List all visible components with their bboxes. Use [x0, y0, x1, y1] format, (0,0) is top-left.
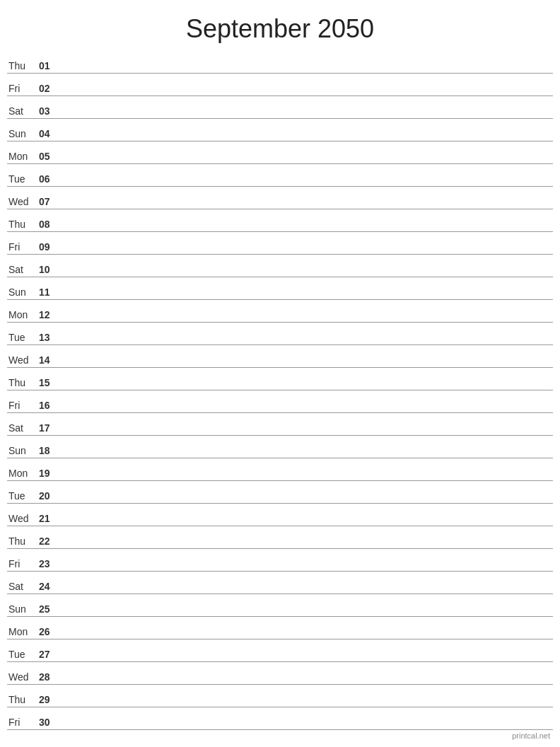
day-line: [59, 388, 553, 388]
day-line: [59, 614, 553, 615]
day-line: [59, 320, 553, 320]
day-line: [59, 705, 553, 705]
day-row: Wed07: [7, 187, 553, 209]
day-name: Thu: [7, 535, 39, 547]
day-line: [59, 501, 553, 502]
day-row: Tue06: [7, 164, 553, 187]
day-number: 13: [39, 332, 59, 343]
day-name: Mon: [7, 626, 39, 637]
day-line: [59, 433, 553, 434]
day-name: Wed: [7, 671, 39, 683]
day-row: Sun11: [7, 277, 553, 300]
day-number: 14: [39, 354, 59, 366]
day-row: Sat03: [7, 96, 553, 119]
day-number: 03: [39, 105, 59, 117]
day-line: [59, 637, 553, 637]
day-line: [59, 591, 553, 592]
day-row: Wed28: [7, 662, 553, 685]
day-number: 02: [39, 83, 59, 94]
day-number: 26: [39, 626, 59, 637]
day-name: Wed: [7, 354, 39, 366]
day-name: Tue: [7, 649, 39, 660]
day-name: Mon: [7, 309, 39, 320]
day-name: Mon: [7, 151, 39, 162]
day-row: Fri16: [7, 390, 553, 413]
day-name: Sat: [7, 422, 39, 434]
day-name: Wed: [7, 196, 39, 207]
day-number: 20: [39, 490, 59, 502]
day-line: [59, 139, 553, 139]
day-name: Fri: [7, 83, 39, 94]
day-row: Thu01: [7, 51, 553, 74]
day-number: 12: [39, 309, 59, 320]
day-name: Sun: [7, 128, 39, 139]
day-name: Thu: [7, 219, 39, 230]
day-row: Tue20: [7, 481, 553, 504]
day-name: Sun: [7, 603, 39, 615]
day-row: Sun25: [7, 594, 553, 617]
page-title: September 2050: [0, 0, 560, 51]
day-row: Fri30: [7, 707, 553, 730]
day-name: Thu: [7, 694, 39, 705]
calendar-grid: Thu01Fri02Sat03Sun04Mon05Tue06Wed07Thu08…: [0, 51, 560, 730]
day-row: Sat24: [7, 572, 553, 594]
day-name: Tue: [7, 490, 39, 502]
day-line: [59, 523, 553, 524]
day-name: Sat: [7, 581, 39, 592]
day-line: [59, 229, 553, 230]
day-number: 23: [39, 558, 59, 569]
day-line: [59, 342, 553, 343]
day-number: 01: [39, 60, 59, 71]
day-name: Thu: [7, 60, 39, 71]
day-line: [59, 478, 553, 479]
day-number: 25: [39, 603, 59, 615]
day-row: Thu08: [7, 209, 553, 232]
day-name: Wed: [7, 513, 39, 524]
day-line: [59, 116, 553, 117]
day-name: Mon: [7, 468, 39, 479]
day-row: Sat10: [7, 255, 553, 277]
day-number: 30: [39, 717, 59, 728]
day-row: Mon05: [7, 141, 553, 164]
day-line: [59, 274, 553, 275]
day-number: 24: [39, 581, 59, 592]
day-number: 05: [39, 151, 59, 162]
day-line: [59, 546, 553, 547]
day-line: [59, 207, 553, 207]
day-line: [59, 682, 553, 683]
day-row: Sun04: [7, 119, 553, 141]
day-line: [59, 456, 553, 456]
day-row: Thu22: [7, 526, 553, 549]
day-name: Tue: [7, 332, 39, 343]
day-name: Tue: [7, 173, 39, 185]
day-name: Fri: [7, 241, 39, 253]
day-number: 17: [39, 422, 59, 434]
day-name: Fri: [7, 717, 39, 728]
day-number: 28: [39, 671, 59, 683]
day-row: Tue13: [7, 323, 553, 345]
day-line: [59, 365, 553, 366]
day-row: Sun18: [7, 436, 553, 458]
day-name: Sat: [7, 264, 39, 275]
day-number: 04: [39, 128, 59, 139]
day-number: 09: [39, 241, 59, 253]
day-number: 21: [39, 513, 59, 524]
day-row: Tue27: [7, 639, 553, 662]
day-row: Wed14: [7, 345, 553, 368]
day-row: Sat17: [7, 413, 553, 436]
day-line: [59, 659, 553, 660]
day-row: Mon12: [7, 300, 553, 323]
day-number: 27: [39, 649, 59, 660]
day-number: 16: [39, 400, 59, 411]
day-number: 22: [39, 535, 59, 547]
day-line: [59, 569, 553, 569]
day-name: Sun: [7, 286, 39, 298]
day-name: Fri: [7, 558, 39, 569]
day-line: [59, 71, 553, 71]
day-row: Fri23: [7, 549, 553, 572]
day-number: 18: [39, 445, 59, 456]
day-row: Wed21: [7, 504, 553, 526]
day-row: Fri02: [7, 74, 553, 96]
day-name: Sun: [7, 445, 39, 456]
day-line: [59, 410, 553, 411]
